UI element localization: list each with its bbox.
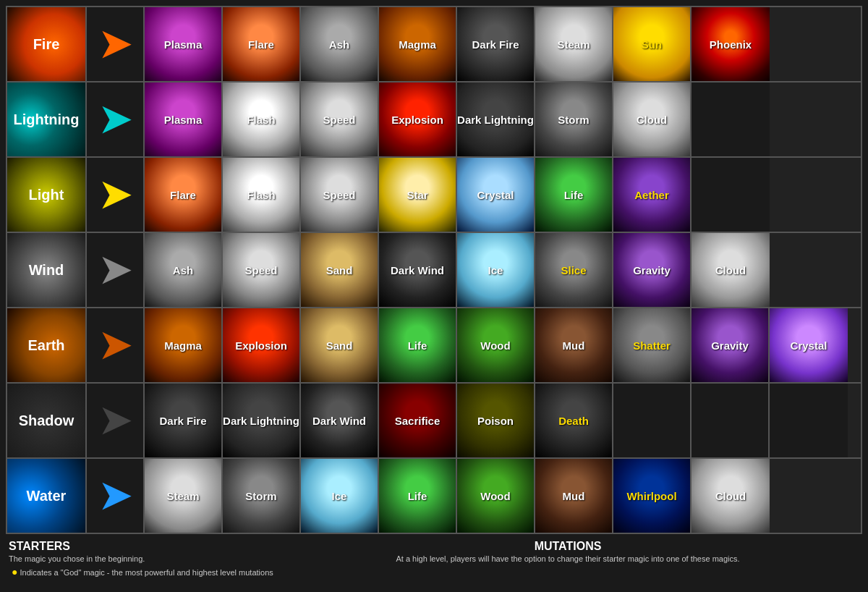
mutation-cell-0-4: Dark Fire	[457, 7, 535, 81]
arrow-shadow: ➤	[87, 384, 145, 457]
arrow-wind: ➤	[87, 233, 145, 307]
mutation-label-5-3: Sacrifice	[395, 415, 441, 427]
row-shadow: Shadow➤Dark FireDark LightningDark WindS…	[7, 384, 861, 459]
mutation-cell-5-6	[613, 384, 692, 457]
light-arrow-icon: ➤	[99, 176, 131, 213]
mutation-label-3-5: Slice	[561, 264, 586, 276]
mutation-cell-4-8: Crystal	[770, 308, 848, 382]
arrow-fire: ➤	[87, 7, 145, 81]
mutation-cell-5-7	[692, 384, 770, 457]
mutation-label-5-2: Dark Wind	[312, 415, 366, 427]
mutation-cell-3-5: Slice	[535, 233, 613, 307]
mutation-label-1-4: Dark Lightning	[457, 114, 534, 126]
row-wind: Wind➤AshSpeedSandDark WindIceSliceGravit…	[7, 233, 861, 308]
mutation-cell-0-3: Magma	[379, 7, 457, 81]
mutation-cell-1-7	[692, 83, 770, 156]
mutation-label-0-0: Plasma	[164, 38, 203, 51]
mutation-label-2-4: Crystal	[477, 189, 514, 201]
mutation-cell-6-7: Cloud	[692, 459, 770, 533]
arrow-earth: ➤	[87, 308, 145, 382]
starter-lightning: Lightning	[7, 83, 87, 156]
mutation-label-4-7: Gravity	[711, 339, 749, 352]
mutation-cell-3-7: Cloud	[692, 233, 770, 307]
mutation-label-6-1: Storm	[245, 490, 276, 502]
mutation-cell-6-0: Steam	[145, 459, 223, 533]
mutation-cell-1-2: Speed	[301, 83, 379, 156]
earth-arrow-icon: ➤	[99, 326, 131, 364]
mutation-label-3-2: Sand	[326, 264, 353, 276]
mutation-cell-5-3: Sacrifice	[379, 384, 457, 457]
mutation-label-1-2: Speed	[323, 114, 355, 126]
mutation-cell-1-1: Flash	[223, 83, 301, 156]
mutation-label-2-3: Star	[407, 189, 427, 201]
mutation-cell-3-3: Dark Wind	[379, 233, 457, 307]
mutation-label-4-0: Magma	[164, 339, 202, 352]
mutation-label-3-6: Gravity	[633, 264, 671, 276]
mutation-cell-2-4: Crystal	[457, 158, 535, 232]
mutation-label-3-0: Ash	[173, 264, 193, 276]
mutation-cell-0-6: Sun	[613, 7, 692, 81]
mutation-label-3-1: Speed	[244, 264, 277, 276]
mutation-label-6-6: Whirlpool	[626, 490, 676, 502]
mutation-cell-6-2: Ice	[301, 459, 379, 533]
arrow-water: ➤	[87, 459, 145, 533]
footer-mutations: MUTATIONS At a high level, players will …	[276, 540, 859, 563]
footer: STARTERS The magic you chose in the begi…	[6, 534, 862, 566]
mutation-cell-2-7	[692, 158, 770, 232]
mutation-label-2-0: Flare	[170, 189, 196, 201]
starter-wind: Wind	[7, 233, 87, 307]
shadow-arrow-icon: ➤	[99, 402, 131, 439]
mutation-cell-1-0: Plasma	[145, 83, 223, 156]
mutation-cell-5-4: Poison	[457, 384, 535, 457]
starter-shadow: Shadow	[7, 384, 87, 457]
fire-arrow-icon: ➤	[99, 25, 131, 63]
mutation-cell-0-7: Phoenix	[692, 7, 770, 81]
mutation-cell-4-4: Wood	[457, 308, 535, 382]
mutation-label-1-5: Storm	[558, 114, 589, 126]
mutation-label-4-2: Sand	[326, 339, 353, 352]
mutation-label-6-2: Ice	[332, 490, 347, 502]
footer-note: ● Indicates a "God" magic - the most pow…	[6, 566, 862, 583]
mutation-cell-5-2: Dark Wind	[301, 384, 379, 457]
gold-dot-icon: ●	[12, 566, 17, 578]
mutation-cell-2-3: Star	[379, 158, 457, 232]
mutation-label-0-7: Phoenix	[710, 38, 752, 51]
mutation-label-5-5: Death	[558, 415, 589, 427]
mutation-cell-3-1: Speed	[223, 233, 301, 307]
mutation-label-1-1: Flash	[247, 114, 275, 126]
mutation-label-3-7: Cloud	[715, 264, 746, 276]
mutation-cell-5-8	[770, 384, 848, 457]
mutation-label-0-4: Dark Fire	[472, 38, 519, 51]
mutation-cell-6-1: Storm	[223, 459, 301, 533]
mutation-cell-4-1: Explosion	[223, 308, 301, 382]
mutation-label-1-0: Plasma	[164, 114, 203, 126]
row-water: Water➤SteamStormIceLifeWoodMudWhirlpoolC…	[7, 459, 861, 533]
mutation-label-6-4: Wood	[480, 490, 510, 502]
mutation-label-1-6: Cloud	[637, 114, 668, 126]
mutation-label-0-5: Steam	[557, 38, 590, 51]
starter-fire: Fire	[7, 7, 87, 81]
mutation-cell-0-5: Steam	[535, 7, 613, 81]
footer-starters: STARTERS The magic you chose in the begi…	[9, 540, 262, 563]
mutation-label-6-7: Cloud	[715, 490, 746, 502]
row-fire: Fire➤PlasmaFlareAshMagmaDark FireSteamSu…	[7, 7, 861, 83]
arrow-lightning: ➤	[87, 83, 145, 156]
row-lightning: Lightning➤PlasmaFlashSpeedExplosionDark …	[7, 83, 861, 158]
mutations-desc: At a high level, players will have the o…	[276, 554, 859, 563]
mutation-label-6-5: Mud	[563, 490, 585, 502]
mutation-cell-2-2: Speed	[301, 158, 379, 232]
starters-title: STARTERS	[9, 540, 262, 553]
mutation-cell-4-2: Sand	[301, 308, 379, 382]
mutation-cell-2-5: Life	[535, 158, 613, 232]
mutation-label-0-6: Sun	[642, 38, 662, 51]
arrow-light: ➤	[87, 158, 145, 232]
mutation-cell-3-2: Sand	[301, 233, 379, 307]
mutation-cell-6-6: Whirlpool	[613, 459, 692, 533]
mutation-label-3-4: Ice	[488, 264, 503, 276]
mutation-cell-4-7: Gravity	[692, 308, 770, 382]
main-container: Fire➤PlasmaFlareAshMagmaDark FireSteamSu…	[0, 0, 868, 589]
mutation-cell-4-6: Shatter	[613, 308, 692, 382]
magic-grid: Fire➤PlasmaFlareAshMagmaDark FireSteamSu…	[6, 6, 862, 534]
mutation-label-0-1: Flare	[248, 38, 274, 51]
starter-light: Light	[7, 158, 87, 232]
